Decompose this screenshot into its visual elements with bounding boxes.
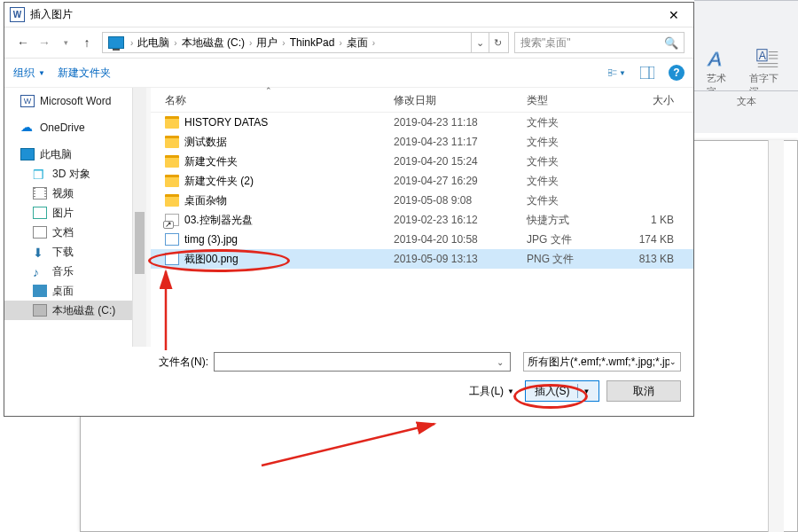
nav-history-button[interactable]: ▾	[56, 33, 75, 52]
col-name[interactable]: 名称	[151, 88, 379, 112]
file-name: 新建文件夹 (2)	[184, 174, 254, 189]
3d-icon: ❒	[33, 168, 47, 180]
fld-icon	[165, 175, 179, 187]
tree-item[interactable]: ♪音乐	[4, 262, 146, 281]
chevron-right-icon[interactable]: ›	[171, 38, 179, 48]
file-type: 文件夹	[512, 154, 610, 169]
view-options-button[interactable]: ▼	[608, 64, 626, 82]
file-row[interactable]: timg (3).jpg2019-04-20 10:58JPG 文件174 KB	[151, 230, 693, 249]
insert-button[interactable]: 插入(S) ▼	[525, 380, 599, 402]
chevron-right-icon[interactable]: ›	[246, 38, 254, 48]
this-pc-icon	[108, 36, 124, 49]
tree-item[interactable]: ☁OneDrive	[4, 118, 146, 137]
breadcrumb-item[interactable]: ThinkPad	[288, 36, 337, 49]
short-icon	[165, 214, 179, 226]
vertical-scrollbar[interactable]	[768, 140, 784, 532]
file-type: 快捷方式	[512, 213, 610, 228]
file-row[interactable]: 截图00.png2019-05-09 13:13PNG 文件813 KB	[151, 249, 693, 269]
file-row[interactable]: 测试数据2019-04-23 11:17文件夹	[151, 132, 693, 152]
file-row[interactable]: HISTORY DATAS2019-04-23 11:18文件夹	[151, 113, 693, 132]
tree-item[interactable]: 视频	[4, 184, 146, 203]
dialog-title: 插入图片	[30, 7, 654, 22]
tools-button[interactable]: 工具(L)▼	[469, 384, 514, 399]
search-input[interactable]: 搜索"桌面" 🔍	[514, 32, 685, 53]
chevron-down-icon: ▼	[38, 69, 45, 77]
organize-button[interactable]: 组织▼	[13, 66, 45, 81]
refresh-button[interactable]: ↻	[489, 33, 506, 52]
filename-input[interactable]	[214, 352, 511, 372]
file-size: 1 KB	[610, 214, 693, 226]
tree-item-label: 音乐	[52, 264, 74, 279]
file-name: 截图00.png	[184, 252, 239, 267]
file-row[interactable]: 03.控制器光盘2019-02-23 16:12快捷方式1 KB	[151, 210, 693, 230]
file-name: 测试数据	[184, 135, 227, 150]
file-row[interactable]: 新建文件夹2019-04-20 15:24文件夹	[151, 152, 693, 171]
tree-item[interactable]: 本地磁盘 (C:)	[4, 301, 146, 320]
address-dropdown-button[interactable]: ⌄	[471, 33, 489, 52]
address-row: ← → ▾ ↑ › 此电脑 › 本地磁盘 (C:) › 用户 › ThinkPa…	[4, 27, 693, 58]
column-headers[interactable]: 名称 修改日期 类型 大小	[151, 88, 693, 113]
tree-item[interactable]: 图片	[4, 203, 146, 223]
file-name: 新建文件夹	[184, 154, 238, 169]
tree-item[interactable]: 此电脑	[4, 145, 146, 164]
word-ribbon-background: A 艺术字 A 首字下沉 文本	[694, 0, 798, 133]
doc-icon	[33, 226, 47, 239]
file-date: 2019-04-20 15:24	[379, 155, 512, 168]
cancel-button[interactable]: 取消	[606, 380, 681, 402]
disk-icon	[33, 304, 47, 317]
breadcrumb-item[interactable]: 本地磁盘 (C:)	[180, 35, 246, 51]
pic-icon	[33, 207, 47, 219]
file-type: 文件夹	[512, 135, 610, 150]
dialog-titlebar[interactable]: W 插入图片 ✕	[4, 3, 693, 27]
close-button[interactable]: ✕	[654, 3, 693, 27]
file-type: PNG 文件	[512, 252, 610, 267]
pc-icon	[20, 148, 35, 160]
nav-fwd-button[interactable]: →	[35, 33, 54, 52]
tree-scrollbar[interactable]	[132, 88, 146, 347]
help-button[interactable]: ?	[669, 65, 685, 81]
svg-text:A: A	[758, 50, 766, 62]
mus-icon: ♪	[33, 265, 47, 278]
file-row[interactable]: 新建文件夹 (2)2019-04-27 16:29文件夹	[151, 171, 693, 191]
svg-rect-9	[608, 74, 612, 76]
tree-item[interactable]: 文档	[4, 223, 146, 242]
fld-icon	[165, 116, 179, 129]
breadcrumb-bar[interactable]: › 此电脑 › 本地磁盘 (C:) › 用户 › ThinkPad › 桌面 ›…	[102, 32, 509, 53]
file-size: 174 KB	[610, 233, 693, 246]
filetype-dropdown[interactable]: 所有图片(*.emf;*.wmf;*.jpg;*.jpeg;*.jfif;*.j…	[523, 352, 681, 372]
file-row[interactable]: 桌面杂物2019-05-08 9:08文件夹	[151, 191, 693, 210]
chevron-right-icon[interactable]: ›	[279, 38, 287, 48]
breadcrumb-item[interactable]: 用户	[254, 35, 279, 51]
breadcrumb-item[interactable]: 此电脑	[136, 35, 171, 51]
tree-item-label: 桌面	[52, 284, 74, 299]
file-date: 2019-04-27 16:29	[379, 175, 512, 187]
chevron-down-icon: ▼	[583, 387, 591, 395]
newfolder-button[interactable]: 新建文件夹	[58, 66, 111, 81]
chevron-down-icon: ▼	[507, 387, 514, 395]
col-type[interactable]: 类型	[512, 88, 610, 112]
file-date: 2019-05-08 9:08	[379, 194, 512, 207]
chevron-right-icon[interactable]: ›	[370, 38, 378, 48]
nav-back-button[interactable]: ←	[13, 33, 33, 52]
tree-item[interactable]: 桌面	[4, 281, 146, 301]
tree-item-label: 此电脑	[40, 147, 72, 162]
preview-pane-button[interactable]	[638, 64, 656, 82]
nav-up-button[interactable]: ↑	[77, 33, 97, 52]
tree-item[interactable]: WMicrosoft Word	[4, 91, 146, 111]
breadcrumb-item[interactable]: 桌面	[345, 35, 370, 51]
tree-item[interactable]: ❒3D 对象	[4, 164, 146, 184]
close-icon: ✕	[669, 8, 679, 22]
svg-rect-8	[608, 70, 612, 73]
file-list[interactable]: HISTORY DATAS2019-04-23 11:18文件夹测试数据2019…	[151, 113, 693, 269]
chevron-right-icon[interactable]: ›	[128, 38, 136, 48]
col-date[interactable]: 修改日期	[379, 88, 512, 112]
folder-tree[interactable]: WMicrosoft Word☁OneDrive此电脑❒3D 对象视频图片文档⬇…	[4, 88, 146, 347]
chevron-down-icon: ▼	[619, 69, 626, 77]
tree-item[interactable]: ⬇下载	[4, 242, 146, 262]
tree-item-label: 文档	[52, 225, 74, 240]
chevron-right-icon[interactable]: ›	[336, 38, 344, 48]
file-date: 2019-05-09 13:13	[379, 253, 512, 265]
search-icon[interactable]: 🔍	[664, 36, 678, 50]
col-size[interactable]: 大小	[610, 88, 693, 112]
svg-text:A: A	[707, 48, 722, 70]
